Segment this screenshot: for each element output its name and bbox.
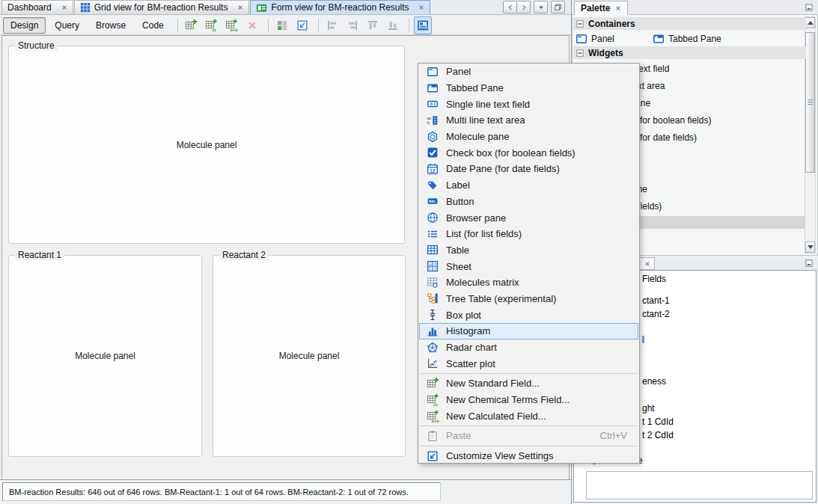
palette-item-panel[interactable]: Panel [576, 31, 614, 46]
close-icon[interactable] [61, 4, 67, 10]
menu-item-molecule-pane[interactable]: Molecule pane [419, 129, 638, 145]
tab-grid-view-for-bm-reaction-results[interactable]: Grid view for BM-reaction Results [74, 0, 250, 14]
toolbar-widget-grid-button[interactable] [273, 16, 291, 34]
tab-label: Form view for BM-reaction Results [271, 2, 409, 13]
minimize-button[interactable] [804, 2, 814, 13]
menu-item-list-for-list-fields[interactable]: List (for list fields) [419, 226, 638, 242]
tree-item-fragment[interactable]: Fields [642, 274, 666, 284]
toolbar-new-calculated-field-button[interactable]: a+b [223, 16, 241, 34]
tree-item-fragment[interactable]: ctant-1 [642, 295, 670, 306]
menu-item-label: Histogram [446, 325, 490, 336]
svg-text:a+b: a+b [431, 418, 439, 422]
menu-item-new-chemical-terms-field[interactable]: ctNew Chemical Terms Field... [419, 392, 638, 408]
customize-view-settings-icon [426, 449, 439, 462]
toolbar-new-standard-field-button[interactable] [183, 16, 201, 34]
tree-item-fragment[interactable]: eness [642, 376, 666, 387]
close-icon[interactable] [644, 261, 650, 267]
menu-item-box-plot[interactable]: Box plot [419, 307, 638, 323]
palette-item-tabbed-pane[interactable]: Tabbed Pane [653, 31, 721, 46]
menu-item-browser-pane[interactable]: Browser pane [419, 209, 638, 226]
svg-text:F: F [429, 267, 431, 271]
menu-item-check-box-for-boolean-fields[interactable]: Check box (for boolean fields) [419, 144, 638, 161]
toolbar-button-design[interactable]: Design [3, 17, 46, 34]
palette-section-containers[interactable]: Containers [573, 17, 806, 30]
palette-window-header: Palette [572, 0, 818, 15]
toolbar-customize-view-settings-button[interactable] [293, 16, 311, 34]
toolbar-form-widget-button[interactable] [414, 16, 432, 34]
svg-text:G: G [429, 262, 432, 266]
tab-dashboard[interactable]: Dashboard [1, 0, 73, 14]
menu-item-multi-line-text-area[interactable]: acbMulti line text area [419, 112, 638, 129]
scroll-down-button[interactable] [805, 242, 815, 253]
molecule-panel-reactant-2[interactable]: Reactant 2Molecule panel [213, 255, 406, 457]
tabbed-pane-icon [426, 82, 439, 94]
toolbar-new-chemical-terms-field-button[interactable]: ct [203, 16, 221, 34]
menu-item-label: Check box (for boolean fields) [446, 147, 576, 159]
nav-forward-button[interactable] [517, 1, 531, 13]
menu-item-label: Paste [446, 430, 471, 441]
minimize-button[interactable] [804, 258, 814, 268]
tab-nav-controls [503, 0, 571, 14]
toolbar-button-browse[interactable]: Browse [88, 17, 133, 34]
collapse-icon[interactable] [576, 20, 584, 28]
menu-item-scatter-plot[interactable]: Scatter plot [419, 355, 638, 372]
collapse-icon[interactable] [576, 49, 584, 57]
molecule-panel-structure[interactable]: StructureMolecule panel [8, 46, 405, 244]
menu-item-new-calculated-field[interactable]: a+bNew Calculated Field... [419, 408, 638, 424]
panel-icon [426, 65, 439, 78]
close-icon[interactable] [237, 4, 243, 10]
close-icon[interactable] [615, 5, 621, 11]
toolbar-align-right-button[interactable] [344, 16, 361, 34]
menu-item-button[interactable]: btnButton [419, 194, 638, 210]
restore-window-button[interactable] [551, 1, 565, 13]
toolbar-align-left-button[interactable] [323, 16, 341, 34]
menu-item-date-pane-for-date-fields[interactable]: 12Date Pane (for date fields) [419, 161, 638, 177]
menu-item-customize-view-settings[interactable]: Customize View Settings [419, 448, 638, 464]
molecule-panel-reactant-1[interactable]: Reactant 1Molecule panel [8, 255, 202, 457]
svg-text:b: b [427, 120, 430, 125]
menu-item-paste[interactable]: PasteCtrl+V [419, 428, 638, 444]
menu-item-panel[interactable]: Panel [419, 64, 638, 80]
menu-separator [420, 446, 638, 446]
tree-item-fragment[interactable]: t 1 CdId [642, 417, 674, 427]
toolbar-button-query[interactable]: Query [47, 17, 87, 34]
button-icon: btn [426, 195, 439, 208]
menu-item-histogram[interactable]: Histogram [419, 323, 638, 339]
palette-item-label: Panel [591, 34, 614, 44]
customize-view-settings-icon [296, 19, 308, 31]
tab-form-view-for-bm-reaction-results[interactable]: Form view for BM-reaction Results [250, 0, 430, 14]
tree-item-fragment[interactable]: t 2 CdId [642, 430, 674, 440]
menu-item-sheet[interactable]: GXFXSheet [419, 258, 638, 274]
new-standard-field-icon [185, 19, 198, 31]
dropdown-button[interactable] [534, 1, 548, 13]
tree-item-fragment[interactable]: ght [642, 403, 655, 414]
menu-item-label: Molecule pane [446, 131, 510, 142]
menu-item-tree-table-experimental[interactable]: Tree Table (experimental) [419, 291, 638, 307]
menu-item-label[interactable]: Label [419, 177, 638, 194]
close-icon[interactable] [418, 4, 424, 10]
menu-item-label: Tabbed Pane [446, 82, 504, 93]
scroll-up-button[interactable] [805, 17, 815, 28]
menu-item-molecules-matrix[interactable]: Molecules matrix [419, 274, 638, 291]
palette-tab-label: Palette [581, 3, 610, 13]
menu-item-single-line-text-field[interactable]: aSingle line text field [419, 96, 638, 112]
panel-placeholder-text: Molecule panel [9, 256, 201, 456]
new-standard-field-icon [426, 377, 439, 390]
toolbar-align-bottom-button[interactable] [384, 16, 402, 34]
menu-item-tabbed-pane[interactable]: Tabbed Pane [419, 80, 638, 96]
tree-item-fragment[interactable]: ctant-2 [642, 309, 670, 319]
menu-item-table[interactable]: Table [419, 242, 638, 259]
palette-tab[interactable]: Palette [574, 1, 628, 15]
menu-item-new-standard-field[interactable]: New Standard Field... [419, 375, 638, 392]
palette-section-widgets[interactable]: Widgets [573, 46, 806, 59]
paste-icon [426, 429, 439, 442]
toolbar-button-code[interactable]: Code [135, 17, 171, 34]
tab-window-buttons [534, 1, 565, 13]
menu-item-label: Multi line text area [446, 114, 525, 126]
toolbar-delete-button[interactable] [243, 16, 261, 34]
menu-item-radar-chart[interactable]: Radar chart [419, 339, 638, 356]
label-icon [426, 179, 439, 191]
nav-back-button[interactable] [503, 1, 517, 13]
browser-pane-icon [426, 212, 439, 224]
toolbar-align-top-button[interactable] [364, 16, 382, 34]
